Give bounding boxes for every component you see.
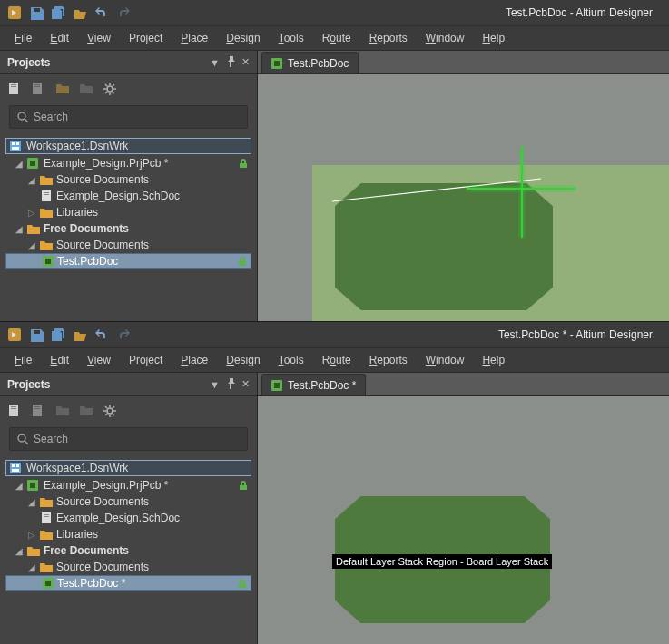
tree-libraries[interactable]: ▷ Libraries — [5, 526, 251, 542]
menu-route[interactable]: Route — [313, 28, 360, 48]
panel-header: Projects ▼ ✕ — [0, 373, 257, 396]
search-input[interactable] — [34, 111, 240, 123]
panel-pin-icon[interactable] — [225, 56, 236, 69]
menu-window[interactable]: Window — [417, 28, 474, 48]
menu-design[interactable]: Design — [217, 28, 269, 48]
document-tabstrip: Test.PcbDoc — [258, 51, 669, 74]
main-toolbar: Test.PcbDoc - Altium Designer — [0, 0, 669, 25]
panel-btn-1[interactable] — [9, 405, 24, 419]
tree-project[interactable]: ◢ Example_Design.PrjPcb * — [5, 477, 251, 493]
panel-pin-icon[interactable] — [225, 378, 236, 391]
menu-place[interactable]: Place — [172, 28, 217, 48]
crosshair-vertical — [521, 147, 523, 238]
panel-btn-1[interactable] — [9, 83, 24, 97]
panel-close-icon[interactable]: ✕ — [241, 378, 250, 390]
panel-btn-4[interactable] — [80, 83, 94, 97]
menu-edit[interactable]: Edit — [41, 28, 78, 48]
open-folder-icon[interactable] — [73, 5, 87, 20]
panel-toolbar — [0, 396, 257, 427]
panel-btn-3[interactable] — [56, 405, 71, 419]
menu-route[interactable]: Route — [313, 350, 360, 370]
menu-view[interactable]: View — [78, 350, 120, 370]
project-tree: Workspace1.DsnWrk ◢ Example_Design.PrjPc… — [0, 456, 257, 644]
search-box[interactable] — [9, 105, 248, 129]
menu-file[interactable]: File — [5, 28, 41, 48]
svg-line-12 — [332, 179, 541, 201]
altium-logo-icon — [7, 327, 22, 342]
save-icon[interactable] — [29, 5, 44, 20]
panel-header: Projects ▼ ✕ — [0, 51, 257, 74]
menu-reports[interactable]: Reports — [360, 350, 417, 370]
workspace-split: Projects ▼ ✕ Workspace1.DsnWrk — [0, 51, 669, 321]
save-all-icon[interactable] — [51, 327, 65, 342]
panel-close-icon[interactable]: ✕ — [241, 56, 250, 68]
document-tab[interactable]: Test.PcbDoc — [261, 52, 359, 73]
tree-source-docs[interactable]: ◢ Source Documents — [5, 493, 251, 510]
menu-edit[interactable]: Edit — [41, 350, 78, 370]
menu-bar: File Edit View Project Place Design Tool… — [0, 25, 669, 51]
tree-workspace[interactable]: Workspace1.DsnWrk — [5, 138, 251, 154]
altium-logo-icon — [7, 5, 22, 20]
panel-settings-icon[interactable] — [103, 405, 118, 419]
panel-title: Projects — [7, 378, 204, 391]
editor-area: Test.PcbDoc * Default Layer Stack Region… — [258, 373, 669, 644]
undo-icon[interactable] — [94, 327, 109, 342]
document-tabstrip: Test.PcbDoc * — [258, 373, 669, 396]
tree-schdoc[interactable]: Example_Design.SchDoc — [5, 188, 251, 204]
panel-btn-4[interactable] — [80, 405, 94, 419]
redo-icon[interactable] — [116, 327, 131, 342]
save-icon[interactable] — [29, 327, 44, 342]
menu-tools[interactable]: Tools — [270, 350, 313, 370]
tree-source-docs[interactable]: ◢ Source Documents — [5, 171, 251, 188]
menu-file[interactable]: File — [5, 350, 41, 370]
panel-btn-2[interactable] — [33, 405, 47, 419]
panel-dropdown-icon[interactable]: ▼ — [210, 379, 220, 390]
tree-active-pcbdoc[interactable]: Test.PcbDoc * — [5, 575, 251, 591]
redo-icon[interactable] — [116, 5, 131, 20]
window-title: Test.PcbDoc * - Altium Designer — [498, 328, 662, 341]
search-icon — [17, 434, 28, 444]
project-tree: Workspace1.DsnWrk ◢ Example_Design.PrjPc… — [0, 134, 257, 321]
menu-project[interactable]: Project — [120, 28, 172, 48]
layer-stack-label: Default Layer Stack Region - Board Layer… — [332, 554, 552, 569]
main-toolbar: Test.PcbDoc * - Altium Designer — [0, 322, 669, 347]
panel-btn-3[interactable] — [56, 83, 71, 97]
search-box[interactable] — [9, 427, 248, 451]
panel-dropdown-icon[interactable]: ▼ — [210, 57, 220, 68]
menu-help[interactable]: Help — [473, 28, 514, 48]
pcb-canvas[interactable]: Default Layer Stack Region - Board Layer… — [258, 396, 669, 644]
search-input[interactable] — [34, 433, 240, 445]
open-folder-icon[interactable] — [73, 327, 87, 342]
undo-icon[interactable] — [94, 5, 109, 20]
menu-tools[interactable]: Tools — [270, 28, 313, 48]
board-edge-line — [332, 174, 568, 210]
menu-bar: File Edit View Project Place Design Tool… — [0, 347, 669, 373]
app-window-state1: Test.PcbDoc - Altium Designer File Edit … — [0, 0, 669, 321]
menu-reports[interactable]: Reports — [360, 28, 417, 48]
document-tab[interactable]: Test.PcbDoc * — [261, 374, 366, 395]
menu-window[interactable]: Window — [417, 350, 474, 370]
menu-view[interactable]: View — [78, 28, 120, 48]
panel-btn-2[interactable] — [33, 83, 47, 97]
search-icon — [17, 112, 28, 122]
menu-place[interactable]: Place — [172, 350, 217, 370]
tree-free-source-docs[interactable]: ◢ Source Documents — [5, 559, 251, 575]
pcb-canvas[interactable] — [258, 74, 669, 321]
menu-project[interactable]: Project — [120, 350, 172, 370]
tree-free-source-docs[interactable]: ◢ Source Documents — [5, 237, 251, 253]
menu-design[interactable]: Design — [217, 350, 269, 370]
save-all-icon[interactable] — [51, 5, 65, 20]
panel-title: Projects — [7, 56, 204, 69]
tree-free-docs[interactable]: ◢ Free Documents — [5, 542, 251, 559]
menu-help[interactable]: Help — [473, 350, 514, 370]
tree-project[interactable]: ◢ Example_Design.PrjPcb * — [5, 155, 251, 171]
tree-workspace[interactable]: Workspace1.DsnWrk — [5, 460, 251, 476]
panel-settings-icon[interactable] — [103, 83, 118, 97]
window-title: Test.PcbDoc - Altium Designer — [506, 6, 662, 19]
tree-libraries[interactable]: ▷ Libraries — [5, 204, 251, 220]
tree-free-docs[interactable]: ◢ Free Documents — [5, 220, 251, 237]
tree-schdoc[interactable]: Example_Design.SchDoc — [5, 510, 251, 526]
editor-area: Test.PcbDoc — [258, 51, 669, 321]
tree-active-pcbdoc[interactable]: Test.PcbDoc — [5, 253, 251, 269]
panel-toolbar — [0, 74, 257, 105]
